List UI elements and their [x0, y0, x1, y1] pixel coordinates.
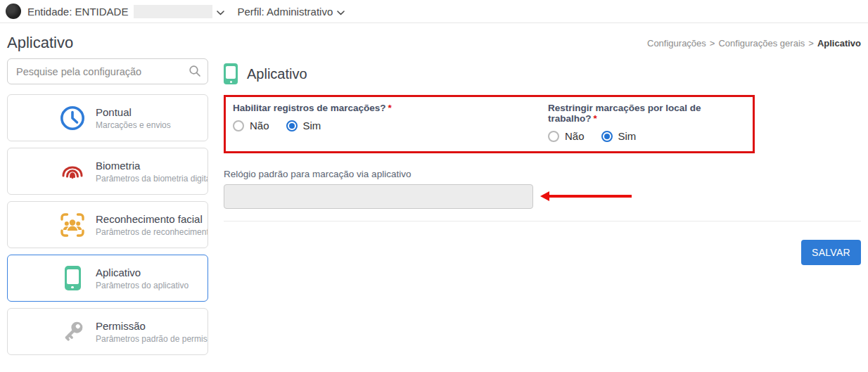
- radio-label: Não: [565, 130, 585, 142]
- radio-label: Sim: [303, 120, 321, 132]
- save-button[interactable]: SALVAR: [801, 240, 861, 265]
- question-restringir-marcacoes: Restringir marcações por local de trabal…: [548, 103, 746, 142]
- radio-option-nao[interactable]: Não: [548, 130, 585, 142]
- search-icon: [189, 65, 201, 80]
- main-panel: Aplicativo Habilitar registros de marcaç…: [224, 58, 861, 361]
- topbar: Entidade: ENTIDADE Perfil: Administrativ…: [0, 0, 868, 23]
- entity-selector[interactable]: Entidade: ENTIDADE: [27, 5, 224, 18]
- profile-label: Perfil: Administrativo: [237, 6, 333, 18]
- clock-icon: [58, 104, 87, 132]
- profile-selector[interactable]: Perfil: Administrativo: [237, 6, 345, 18]
- breadcrumb-configuracoes-gerais[interactable]: Configurações gerais: [718, 38, 805, 49]
- search-input[interactable]: [7, 58, 208, 84]
- sidebar-item-subtitle: Parâmetros da biometria digital: [96, 174, 208, 184]
- breadcrumb-configuracoes[interactable]: Configurações: [647, 38, 706, 49]
- sidebar-item-subtitle: Parâmetros do aplicativo: [96, 281, 189, 290]
- clock-field-input: [224, 184, 533, 209]
- phone-icon: [58, 264, 87, 293]
- sidebar-item-biometria[interactable]: Biometria Parâmetros da biometria digita…: [7, 148, 208, 195]
- annotation-arrow-icon: [549, 195, 632, 198]
- page-title: Aplicativo: [7, 34, 73, 52]
- entity-name-redacted: [134, 5, 212, 18]
- required-asterisk: *: [594, 113, 597, 124]
- clock-field-row: Relógio padrão para marcação via aplicat…: [224, 169, 861, 209]
- breadcrumb-separator: >: [710, 38, 715, 49]
- breadcrumb-aplicativo: Aplicativo: [817, 38, 861, 49]
- radio-unchecked-icon: [233, 120, 244, 132]
- sidebar-item-aplicativo[interactable]: Aplicativo Parâmetros do aplicativo: [7, 255, 208, 302]
- radio-label: Sim: [618, 130, 637, 142]
- required-asterisk: *: [388, 103, 392, 113]
- question-label: Habilitar registros de marcações?: [233, 103, 386, 113]
- radio-checked-icon: [286, 120, 298, 132]
- sidebar-item-title: Permissão: [96, 320, 208, 332]
- sidebar-item-pontual[interactable]: Pontual Marcações e envios: [7, 94, 208, 141]
- sidebar-item-title: Aplicativo: [96, 267, 189, 278]
- question-habilitar-registros: Habilitar registros de marcações?* Não S…: [233, 103, 548, 142]
- annotation-highlight-box: Habilitar registros de marcações?* Não S…: [224, 95, 755, 153]
- radio-label: Não: [250, 120, 269, 132]
- section-title: Aplicativo: [247, 66, 307, 82]
- face-recognition-icon: [58, 211, 87, 239]
- phone-icon: [224, 63, 238, 84]
- actions-row: SALVAR: [224, 240, 861, 265]
- radio-option-sim[interactable]: Sim: [601, 130, 637, 142]
- key-icon: [58, 318, 87, 346]
- sidebar-item-title: Reconhecimento facial: [96, 213, 208, 225]
- entity-label: Entidade: ENTIDADE: [27, 6, 128, 18]
- section-header: Aplicativo: [224, 58, 861, 84]
- section-divider: [224, 221, 861, 222]
- radio-checked-icon: [601, 131, 613, 142]
- content: Pontual Marcações e envios Biometria Par…: [0, 58, 868, 361]
- sidebar-item-subtitle: Parâmetros de reconheciment...: [96, 227, 208, 237]
- radio-option-sim[interactable]: Sim: [286, 120, 321, 132]
- search-wrap: [7, 58, 208, 84]
- sidebar-item-subtitle: Marcações e envios: [96, 120, 171, 130]
- breadcrumb: Configurações > Configurações gerais > A…: [647, 38, 861, 49]
- sidebar-item-title: Pontual: [96, 106, 171, 118]
- chevron-down-icon: [217, 6, 224, 18]
- chevron-down-icon: [337, 6, 345, 18]
- breadcrumb-separator: >: [808, 38, 814, 49]
- question-label: Restringir marcações por local de trabal…: [548, 103, 701, 124]
- radio-unchecked-icon: [548, 131, 559, 142]
- settings-sidebar: Pontual Marcações e envios Biometria Par…: [7, 58, 208, 361]
- entity-avatar: [6, 4, 21, 19]
- header-row: Aplicativo Configurações > Configurações…: [0, 23, 868, 52]
- fingerprint-icon: [58, 158, 87, 186]
- radio-option-nao[interactable]: Não: [233, 120, 269, 132]
- sidebar-item-reconhecimento-facial[interactable]: Reconhecimento facial Parâmetros de reco…: [7, 201, 208, 248]
- sidebar-item-subtitle: Parâmetros padrão de permiss...: [96, 334, 208, 344]
- sidebar-item-title: Biometria: [96, 160, 208, 172]
- clock-field-label: Relógio padrão para marcação via aplicat…: [224, 169, 861, 179]
- sidebar-item-permissao[interactable]: Permissão Parâmetros padrão de permiss..…: [7, 308, 208, 355]
